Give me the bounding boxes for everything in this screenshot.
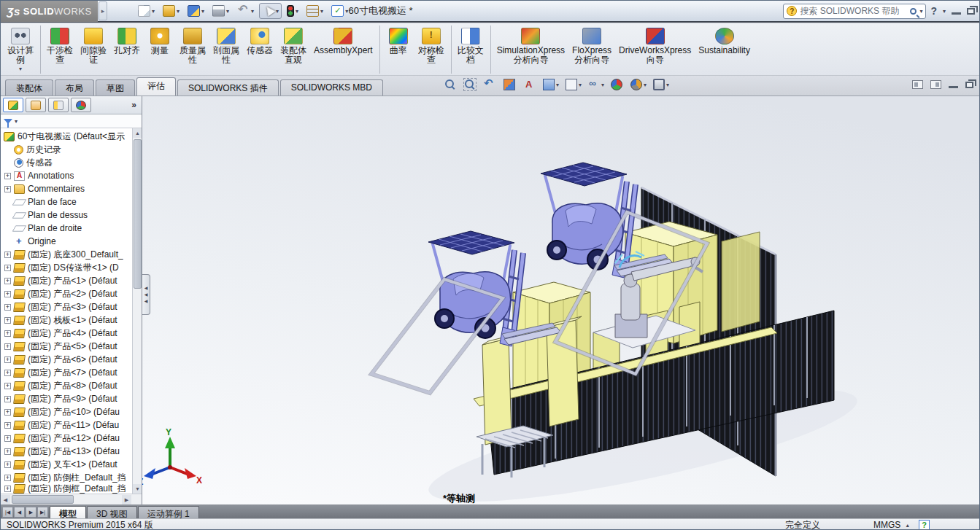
options-button[interactable]: ▾ (328, 3, 351, 19)
tree-horizontal-scrollbar[interactable]: ◀ ▶ (1, 494, 142, 504)
tab-assembly[interactable]: 装配体 (5, 79, 53, 96)
tree-item[interactable]: + (固定) 防倒框_Default_挡 (1, 484, 132, 494)
zoom-to-fit-icon[interactable] (444, 79, 458, 90)
expand-plus-icon[interactable]: + (4, 461, 11, 468)
status-help-icon[interactable]: ? (919, 520, 930, 530)
floxpress-button[interactable]: FloXpress 分析向导 (568, 26, 615, 74)
tab-3d-views[interactable]: 3D 视图 (87, 506, 137, 518)
tree-item[interactable]: + (固定) 产品<4> (Défaut (1, 327, 132, 340)
expand-plus-icon[interactable]: + (4, 330, 11, 337)
tree-item[interactable]: + Commentaires (1, 182, 132, 195)
compare-documents-button[interactable]: 比较文 档 (454, 26, 491, 74)
tree-item[interactable]: + (固定) DS传送带<1> (D (1, 261, 132, 274)
save-button[interactable]: ▾ (185, 3, 207, 19)
hide-show-items-icon[interactable]: ▾ (588, 79, 604, 90)
symmetry-check-button[interactable]: 对称检 查 (414, 26, 452, 74)
tree-item[interactable]: + (固定) 产品<8> (Défaut (1, 379, 132, 392)
expand-plus-icon[interactable]: + (4, 422, 11, 429)
search-input[interactable]: 搜索 SOLIDWORKS 帮助 (800, 5, 907, 17)
expand-plus-icon[interactable]: + (4, 448, 11, 455)
help-dropdown[interactable]: ▾ (943, 8, 946, 15)
expand-plus-icon[interactable]: + (4, 486, 11, 492)
tree-item[interactable]: + Annotations (1, 169, 132, 182)
next-tab-button[interactable]: ▶ (26, 507, 36, 518)
horizontal-scroll-thumb[interactable] (12, 495, 74, 504)
tree-item[interactable]: + 历史记录 (1, 143, 132, 156)
tree-filter-bar[interactable]: ▾ (1, 114, 142, 128)
display-style-icon[interactable]: ▾ (566, 79, 582, 90)
filter-dropdown[interactable]: ▾ (15, 118, 18, 125)
mass-properties-button[interactable]: 质量属 性 (176, 26, 209, 74)
expand-plus-icon[interactable]: + (4, 265, 11, 271)
tree-item[interactable]: + (固定) 产品<1> (Défaut (1, 274, 132, 287)
scroll-right-icon[interactable]: ▶ (122, 495, 131, 504)
annotation-views-icon[interactable] (523, 79, 536, 90)
expand-plus-icon[interactable]: + (4, 317, 11, 324)
expand-plus-icon[interactable]: + (4, 409, 11, 416)
panel-splitter-handle[interactable]: ◀◀◀ (142, 274, 150, 315)
tree-item[interactable]: + (固定) 产品<11> (Défau (1, 418, 132, 432)
previous-view-icon[interactable] (484, 79, 497, 90)
tree-item[interactable]: + (固定) 产品<10> (Défau (1, 405, 132, 418)
expand-plus-icon[interactable]: + (4, 396, 11, 402)
sensor-button[interactable]: 传感器 (243, 26, 277, 74)
expand-plus-icon[interactable]: + (4, 383, 11, 389)
print-button[interactable]: ▾ (209, 3, 232, 19)
tree-item[interactable]: + Plan de dessus (1, 209, 132, 222)
hole-alignment-button[interactable]: 孔对齐 (110, 26, 144, 74)
assemblyxpert-button[interactable]: AssemblyXpert (310, 26, 380, 74)
tree-item[interactable]: + (固定) 防倒柱_Default_挡 (1, 471, 132, 484)
undo-button[interactable]: ▾ (234, 3, 257, 19)
expand-plus-icon[interactable]: + (4, 343, 11, 350)
open-button[interactable]: ▾ (160, 3, 182, 19)
zoom-to-area-icon[interactable] (464, 79, 477, 90)
section-view-icon[interactable] (503, 79, 517, 90)
tree-item[interactable]: + (固定) 产品<7> (Défaut (1, 366, 132, 379)
apply-scene-icon[interactable]: ▾ (630, 79, 647, 90)
units-selector[interactable]: MMGS ▲ (873, 520, 910, 530)
tab-motion-study[interactable]: 运动算例 1 (138, 506, 199, 518)
tree-item[interactable]: + (固定) 产品<13> (Défau (1, 445, 132, 458)
file-properties-button[interactable]: ▾ (304, 3, 326, 19)
featuremanager-tab[interactable] (3, 98, 23, 112)
first-tab-button[interactable]: |◀ (2, 507, 13, 518)
configurationmanager-tab[interactable] (48, 98, 69, 112)
interference-check-button[interactable]: 干涉检 查 (43, 26, 77, 74)
curvature-button[interactable]: 曲率 (382, 26, 414, 74)
tree-item[interactable]: + (固定) 栈板<1> (Défaut (1, 313, 132, 327)
tree-item[interactable]: + (固定) 产品<2> (Défaut (1, 287, 132, 300)
solidworks-logo[interactable]: Ʒs SOLIDWORKS (1, 0, 98, 22)
expand-plus-icon[interactable]: + (4, 252, 11, 258)
edit-appearance-icon[interactable] (611, 79, 624, 90)
tree-item[interactable]: + Origine (1, 235, 132, 248)
previous-tab-button[interactable]: ◀ (14, 507, 25, 518)
assembly-visualization-button[interactable]: 装配体 直观 (277, 26, 310, 74)
tree-item[interactable]: + (固定) 产品<3> (Défaut (1, 300, 132, 313)
view-settings-icon[interactable]: ▾ (653, 79, 669, 90)
select-button[interactable]: ▾ (259, 3, 282, 19)
measure-button[interactable]: 测量 (144, 26, 176, 74)
tree-item[interactable]: + (固定) 产品<6> (Défaut (1, 353, 132, 366)
help-button[interactable]: ? (930, 5, 937, 17)
sustainability-button[interactable]: Sustainability (695, 26, 754, 74)
search-icon[interactable] (910, 8, 917, 15)
expand-plus-icon[interactable]: + (4, 356, 11, 363)
tree-item[interactable]: + Plan de droite (1, 222, 132, 235)
rebuild-button[interactable]: ▾ (284, 3, 301, 19)
expand-plus-icon[interactable]: + (4, 291, 11, 297)
section-properties-button[interactable]: 剖面属 性 (209, 26, 243, 74)
tab-sketch[interactable]: 草图 (96, 79, 135, 96)
expand-plus-icon[interactable]: + (4, 278, 11, 284)
scroll-down-icon[interactable]: ▼ (133, 484, 142, 494)
scroll-left-icon[interactable]: ◀ (1, 495, 10, 504)
vertical-scroll-thumb[interactable] (134, 139, 142, 289)
tree-item[interactable]: + (固定) 叉车<1> (Défaut (1, 458, 132, 471)
driveworksxpress-button[interactable]: DriveWorksXpress 向导 (615, 26, 695, 74)
tree-item[interactable]: + 60寸电视搬运 (Défaut<显示 (1, 130, 132, 143)
view-orientation-icon[interactable]: ▾ (543, 79, 559, 90)
tab-layout[interactable]: 布局 (55, 79, 94, 96)
design-study-button[interactable]: 设计算 例 ▾ (4, 26, 41, 74)
expand-plus-icon[interactable]: + (4, 173, 11, 179)
tab-solidworks-addins[interactable]: SOLIDWORKS 插件 (177, 79, 279, 96)
document-minimize-button[interactable] (949, 81, 958, 88)
